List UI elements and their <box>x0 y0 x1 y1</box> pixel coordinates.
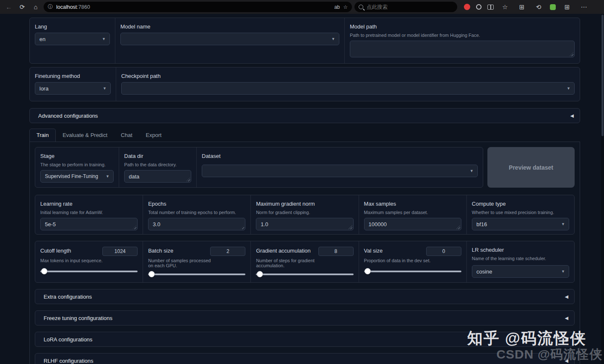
tab-bar: Train Evaluate & Predict Chat Export <box>29 129 580 142</box>
chevron-down-icon: ▼ <box>103 86 107 90</box>
compute-type-value: bf16 <box>476 221 487 227</box>
epochs-input[interactable]: 3.0 <box>148 218 245 230</box>
batch-size-number-input[interactable]: 2 <box>210 247 245 256</box>
slider-handle[interactable] <box>364 268 371 274</box>
collections-icon[interactable]: ⊞ <box>516 2 527 13</box>
dataset-label: Dataset <box>202 153 478 159</box>
address-bar[interactable]: ⓘ localhost:7860 ab ☆ <box>44 2 352 12</box>
finetuning-method-block: Finetuning method lora ▼ <box>30 67 116 101</box>
max-samples-info: Maximum samples per dataset. <box>364 210 461 215</box>
sliders-group: Cutoff length 1024 Max tokens in input s… <box>35 241 575 283</box>
batch-size-slider[interactable] <box>148 271 245 278</box>
extra-configurations-label: Extra configurations <box>44 294 92 300</box>
favorite-star-icon[interactable]: ☆ <box>343 4 348 10</box>
cutoff-length-number-input[interactable]: 1024 <box>102 247 138 256</box>
collapse-arrow-icon: ◀ <box>565 315 568 321</box>
site-info-icon[interactable]: ⓘ <box>48 3 53 10</box>
val-size-slider[interactable] <box>364 268 461 275</box>
rlhf-configurations-accordion[interactable]: RLHF configurations ◀ <box>35 353 575 364</box>
stage-block: Stage The stage to perform in training. … <box>35 147 119 187</box>
lr-scheduler-info: Name of the learning rate scheduler. <box>472 256 569 261</box>
finetuning-method-dropdown[interactable]: lora ▼ <box>35 82 111 95</box>
search-input[interactable] <box>367 4 438 10</box>
max-grad-norm-input[interactable]: 1.0 <box>256 218 353 230</box>
slider-handle[interactable] <box>41 268 47 274</box>
model-path-input[interactable] <box>350 41 575 57</box>
model-config-group: Lang en ▼ Model name ▼ Model path Path t… <box>29 18 580 64</box>
cutoff-length-info: Max tokens in input sequence. <box>40 258 138 263</box>
finetuning-group: Finetuning method lora ▼ Checkpoint path… <box>29 67 580 101</box>
tab-evaluate-predict[interactable]: Evaluate & Predict <box>56 129 114 142</box>
chevron-down-icon: ▼ <box>106 174 109 178</box>
cutoff-length-block: Cutoff length 1024 Max tokens in input s… <box>35 241 143 282</box>
extra-configurations-accordion[interactable]: Extra configurations ◀ <box>35 289 575 304</box>
page-scrollbar[interactable] <box>601 14 604 364</box>
slider-track[interactable] <box>256 274 353 275</box>
split-screen-icon[interactable] <box>487 5 494 10</box>
text-size-icon[interactable]: ab <box>334 4 340 10</box>
epochs-block: Epochs Total number of training epochs t… <box>143 195 250 234</box>
url-port-text: :7860 <box>77 4 90 10</box>
lang-value: en <box>39 36 45 42</box>
slider-track[interactable] <box>40 271 138 272</box>
slider-handle[interactable] <box>257 271 263 277</box>
compute-type-label: Compute type <box>472 201 569 207</box>
checkpoint-path-block: Checkpoint path ▼ <box>116 67 580 101</box>
favorites-icon[interactable]: ☆ <box>500 2 510 13</box>
gradient-accumulation-block: Gradient accumulation 8 Number of steps … <box>250 241 358 282</box>
slider-track[interactable] <box>148 274 245 275</box>
learning-rate-input[interactable]: 5e-5 <box>40 218 138 230</box>
adblock-extension-icon[interactable] <box>464 4 470 10</box>
home-icon[interactable]: ⌂ <box>30 2 41 13</box>
extension-icon[interactable] <box>476 4 482 10</box>
max-grad-norm-info: Norm for gradient clipping. <box>256 210 353 215</box>
stage-dropdown[interactable]: Supervised Fine-Tuning ▼ <box>40 170 114 183</box>
workspaces-icon[interactable]: ⊞ <box>562 2 573 13</box>
lr-scheduler-dropdown[interactable]: cosine ▼ <box>472 265 569 278</box>
refresh-icon[interactable]: ⟳ <box>17 2 28 13</box>
back-icon[interactable]: ← <box>3 2 14 13</box>
lang-block: Lang en ▼ <box>30 18 115 63</box>
checkpoint-path-label: Checkpoint path <box>121 73 575 79</box>
model-name-dropdown[interactable]: ▼ <box>120 33 339 45</box>
lr-scheduler-label: LR scheduler <box>472 247 569 253</box>
advanced-configurations-accordion[interactable]: Advanced configurations ◀ <box>29 108 580 123</box>
val-size-number-input[interactable]: 0 <box>426 247 461 256</box>
cutoff-length-slider[interactable] <box>40 268 138 275</box>
data-dir-info: Path to the data directory. <box>124 162 191 167</box>
checkpoint-path-dropdown[interactable]: ▼ <box>121 82 575 95</box>
lora-configurations-label: LoRA configurations <box>44 336 92 343</box>
freeze-tuning-configurations-accordion[interactable]: Freeze tuning configurations ◀ <box>35 310 575 325</box>
stage-label: Stage <box>40 153 114 159</box>
compute-type-info: Whether to use mixed precision training. <box>472 210 569 215</box>
stage-group: Stage The stage to perform in training. … <box>35 147 483 188</box>
learning-rate-info: Initial learning rate for AdamW. <box>40 210 138 215</box>
dataset-dropdown[interactable]: ▼ <box>202 165 478 177</box>
slider-track[interactable] <box>364 271 461 272</box>
max-grad-norm-block: Maximum gradient norm Norm for gradient … <box>250 195 358 234</box>
lang-dropdown[interactable]: en ▼ <box>35 33 110 45</box>
data-dir-input[interactable]: data <box>124 170 191 183</box>
gradient-accumulation-slider[interactable] <box>256 271 353 278</box>
compute-type-dropdown[interactable]: bf16 ▼ <box>472 218 569 230</box>
tab-export[interactable]: Export <box>139 129 169 142</box>
scrollbar-thumb[interactable] <box>601 15 604 136</box>
tab-train[interactable]: Train <box>29 129 56 142</box>
lang-label: Lang <box>35 23 110 30</box>
chevron-down-icon: ▼ <box>470 169 474 173</box>
slider-handle[interactable] <box>148 271 155 277</box>
freeze-tuning-configurations-label: Freeze tuning configurations <box>44 315 112 321</box>
max-samples-input[interactable]: 100000 <box>364 218 461 230</box>
more-menu-icon[interactable]: ⋯ <box>578 2 589 13</box>
model-path-info: Path to pretrained model or model identi… <box>350 33 575 38</box>
collapse-arrow-icon: ◀ <box>565 294 568 299</box>
preview-dataset-button[interactable]: Preview dataset <box>487 147 575 188</box>
green-extension-icon[interactable] <box>550 4 556 10</box>
gradient-accumulation-number-input[interactable]: 8 <box>318 247 354 256</box>
history-icon[interactable]: ⟲ <box>533 2 544 13</box>
chevron-down-icon: ▼ <box>561 222 565 226</box>
url-host: localhost:7860 <box>56 4 90 10</box>
model-name-label: Model name <box>120 23 339 30</box>
search-box[interactable] <box>354 2 457 12</box>
tab-chat[interactable]: Chat <box>114 129 139 142</box>
